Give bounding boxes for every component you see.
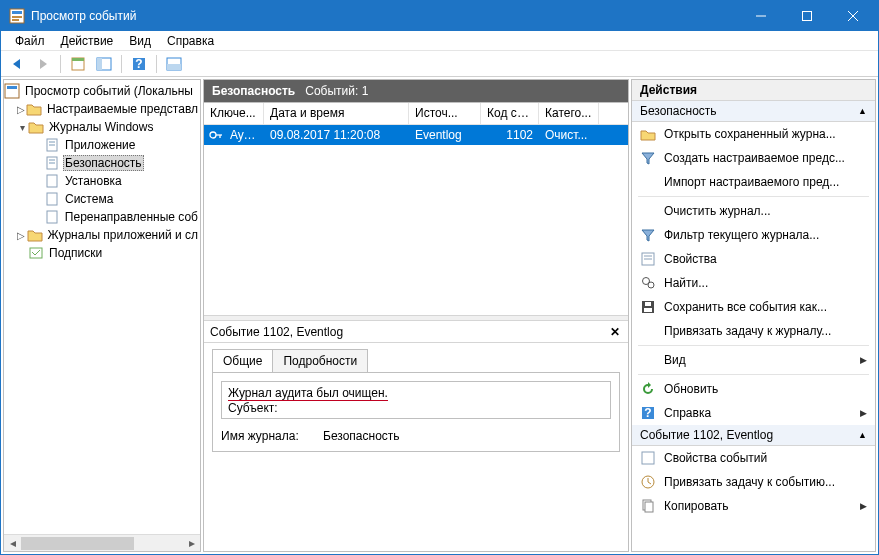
menu-view[interactable]: Вид bbox=[121, 32, 159, 50]
tree[interactable]: Просмотр событий (Локальны ▷ Настраиваем… bbox=[4, 80, 200, 534]
find-icon bbox=[640, 275, 656, 291]
action-attach-task[interactable]: Привязать задачу к журналу... bbox=[632, 319, 875, 343]
action-label: Фильтр текущего журнала... bbox=[664, 228, 819, 242]
tree-h-scrollbar[interactable]: ◂ ▸ bbox=[4, 534, 200, 551]
actions-section-log[interactable]: Безопасность ▲ bbox=[632, 101, 875, 122]
action-label: Импорт настраиваемого пред... bbox=[664, 175, 839, 189]
tree-windows-logs[interactable]: ▾ Журналы Windows bbox=[4, 118, 200, 136]
forward-button[interactable] bbox=[31, 53, 55, 75]
help-icon: ? bbox=[640, 405, 656, 421]
event-grid: Ключе... Дата и время Источ... Код со...… bbox=[204, 102, 628, 315]
col-keywords[interactable]: Ключе... bbox=[204, 103, 264, 124]
tab-general[interactable]: Общие bbox=[212, 349, 273, 372]
preview-pane-button[interactable] bbox=[162, 53, 186, 75]
toolbar-separator bbox=[156, 55, 157, 73]
tree-forwarded-log[interactable]: Перенаправленные соб bbox=[4, 208, 200, 226]
scroll-thumb[interactable] bbox=[21, 537, 134, 550]
col-date[interactable]: Дата и время bbox=[264, 103, 409, 124]
svg-rect-5 bbox=[803, 12, 812, 21]
chevron-right-icon[interactable]: ▷ bbox=[16, 230, 27, 241]
detail-field: Имя журнала: Безопасность bbox=[221, 429, 611, 443]
back-button[interactable] bbox=[5, 53, 29, 75]
actions-list: Открыть сохраненный журна... Создать нас… bbox=[632, 122, 875, 425]
action-save-all[interactable]: Сохранить все события как... bbox=[632, 295, 875, 319]
tree-pane: Просмотр событий (Локальны ▷ Настраиваем… bbox=[3, 79, 201, 552]
log-count: Событий: 1 bbox=[305, 84, 368, 98]
tree-root[interactable]: Просмотр событий (Локальны bbox=[4, 82, 200, 100]
app-window: Просмотр событий Файл Действие Вид Справ… bbox=[0, 0, 879, 555]
svg-rect-15 bbox=[167, 64, 181, 70]
chevron-right-icon[interactable]: ▷ bbox=[16, 104, 26, 115]
cell-source: Eventlog bbox=[409, 126, 481, 144]
action-event-properties[interactable]: Свойства событий bbox=[632, 446, 875, 470]
event-row[interactable]: Ауди... 09.08.2017 11:20:08 Eventlog 110… bbox=[204, 125, 628, 145]
toggle-pane-button[interactable] bbox=[92, 53, 116, 75]
action-event-task[interactable]: Привязать задачу к событию... bbox=[632, 470, 875, 494]
tree-subscriptions[interactable]: Подписки bbox=[4, 244, 200, 262]
menu-action[interactable]: Действие bbox=[53, 32, 122, 50]
action-label: Справка bbox=[664, 406, 711, 420]
section-label: Безопасность bbox=[640, 104, 858, 118]
log-header: Безопасность Событий: 1 bbox=[204, 80, 628, 102]
scroll-left-button[interactable]: ◂ bbox=[4, 535, 21, 552]
tree-app-log[interactable]: Приложение bbox=[4, 136, 200, 154]
actions-list-event: Свойства событий Привязать задачу к собы… bbox=[632, 446, 875, 518]
scroll-track[interactable] bbox=[21, 535, 183, 552]
detail-close-button[interactable]: ✕ bbox=[608, 325, 622, 339]
col-event-id[interactable]: Код со... bbox=[481, 103, 539, 124]
tree-label: Перенаправленные соб bbox=[63, 210, 200, 224]
action-import-view[interactable]: Импорт настраиваемого пред... bbox=[632, 170, 875, 194]
svg-rect-1 bbox=[12, 11, 22, 14]
log-icon bbox=[44, 191, 60, 207]
actions-title: Действия bbox=[632, 80, 875, 101]
action-properties[interactable]: Свойства bbox=[632, 247, 875, 271]
maximize-button[interactable] bbox=[784, 1, 830, 31]
action-clear-log[interactable]: Очистить журнал... bbox=[632, 199, 875, 223]
tree-security-log[interactable]: Безопасность bbox=[4, 154, 200, 172]
task-icon bbox=[640, 474, 656, 490]
cell-keywords: Ауди... bbox=[224, 126, 264, 144]
action-label: Свойства bbox=[664, 252, 717, 266]
log-name: Безопасность bbox=[212, 84, 295, 98]
tree-system-log[interactable]: Система bbox=[4, 190, 200, 208]
minimize-button[interactable] bbox=[738, 1, 784, 31]
tree-app-services-logs[interactable]: ▷ Журналы приложений и сл bbox=[4, 226, 200, 244]
tree-label: Настраиваемые представл bbox=[45, 102, 200, 116]
show-tree-button[interactable] bbox=[66, 53, 90, 75]
tree-label: Безопасность bbox=[63, 155, 144, 171]
message-box[interactable]: Журнал аудита был очищен. Субъект: bbox=[221, 381, 611, 419]
action-help[interactable]: ?Справка▶ bbox=[632, 401, 875, 425]
col-source[interactable]: Источ... bbox=[409, 103, 481, 124]
grid-body[interactable]: Ауди... 09.08.2017 11:20:08 Eventlog 110… bbox=[204, 125, 628, 315]
action-open-saved[interactable]: Открыть сохраненный журна... bbox=[632, 122, 875, 146]
action-refresh[interactable]: Обновить bbox=[632, 377, 875, 401]
folder-icon bbox=[26, 101, 42, 117]
tab-details[interactable]: Подробности bbox=[272, 349, 368, 372]
action-filter-log[interactable]: Фильтр текущего журнала... bbox=[632, 223, 875, 247]
svg-point-28 bbox=[210, 132, 216, 138]
actions-section-event[interactable]: Событие 1102, Eventlog ▲ bbox=[632, 425, 875, 446]
action-separator bbox=[638, 345, 869, 346]
action-copy[interactable]: Копировать▶ bbox=[632, 494, 875, 518]
close-button[interactable] bbox=[830, 1, 876, 31]
message-line1: Журнал аудита был очищен. bbox=[228, 386, 388, 401]
action-find[interactable]: Найти... bbox=[632, 271, 875, 295]
tree-setup-log[interactable]: Установка bbox=[4, 172, 200, 190]
action-create-view[interactable]: Создать настраиваемое предс... bbox=[632, 146, 875, 170]
menu-file[interactable]: Файл bbox=[7, 32, 53, 50]
chevron-down-icon[interactable]: ▾ bbox=[16, 122, 28, 133]
action-view-submenu[interactable]: Вид▶ bbox=[632, 348, 875, 372]
subscriptions-icon bbox=[28, 245, 44, 261]
action-label: Сохранить все события как... bbox=[664, 300, 827, 314]
help-button[interactable]: ? bbox=[127, 53, 151, 75]
col-category[interactable]: Катего... bbox=[539, 103, 599, 124]
tree-label: Просмотр событий (Локальны bbox=[23, 84, 195, 98]
scroll-right-button[interactable]: ▸ bbox=[183, 535, 200, 552]
menu-help[interactable]: Справка bbox=[159, 32, 222, 50]
log-icon bbox=[44, 155, 60, 171]
properties-icon bbox=[640, 251, 656, 267]
log-icon bbox=[44, 209, 60, 225]
svg-rect-37 bbox=[644, 308, 652, 312]
tree-custom-views[interactable]: ▷ Настраиваемые представл bbox=[4, 100, 200, 118]
tree-label: Журналы приложений и сл bbox=[46, 228, 200, 242]
